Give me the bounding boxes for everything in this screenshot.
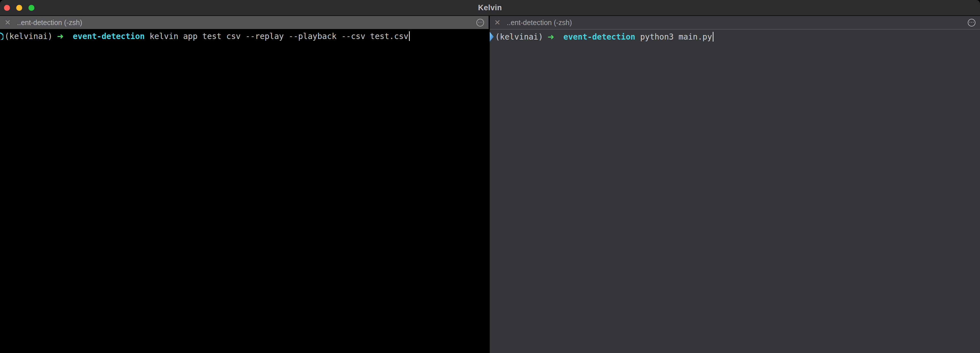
text-cursor bbox=[713, 32, 714, 42]
tab-bar-right[interactable]: ✕ ..ent-detection (-zsh) ⋯ bbox=[490, 16, 980, 29]
prompt-directory: event-detection bbox=[73, 32, 145, 41]
tab-label[interactable]: ..ent-detection (-zsh) bbox=[507, 19, 572, 27]
tab-label[interactable]: ..ent-detection (-zsh) bbox=[17, 19, 82, 27]
split-panes: ✕ ..ent-detection (-zsh) ⋯ (kelvinai) ➜ … bbox=[0, 16, 980, 353]
text-cursor bbox=[409, 31, 410, 41]
close-tab-icon[interactable]: ✕ bbox=[494, 19, 501, 26]
window-title: Kelvin bbox=[0, 3, 980, 12]
tab-overflow-icon[interactable]: ⋯ bbox=[476, 19, 484, 27]
prompt-clipped-glyph-icon bbox=[0, 32, 3, 40]
terminal-content-left[interactable]: (kelvinai) ➜ event-detection kelvin app … bbox=[0, 29, 488, 353]
close-tab-icon[interactable]: ✕ bbox=[5, 19, 11, 26]
ellipsis-glyph: ⋯ bbox=[969, 19, 974, 25]
typed-command: python3 main.py bbox=[640, 32, 712, 42]
terminal-content-right[interactable]: (kelvinai) ➜ event-detection python3 mai… bbox=[490, 29, 980, 353]
prompt-arrow-icon: ➜ bbox=[57, 32, 64, 41]
terminal-prompt-line: (kelvinai) ➜ event-detection python3 mai… bbox=[490, 30, 980, 43]
tab-overflow-icon[interactable]: ⋯ bbox=[968, 19, 975, 27]
prompt-directory: event-detection bbox=[563, 32, 635, 42]
terminal-pane-left: ✕ ..ent-detection (-zsh) ⋯ (kelvinai) ➜ … bbox=[0, 16, 488, 353]
conda-env-label: (kelvinai) bbox=[495, 32, 543, 42]
conda-env-label: (kelvinai) bbox=[5, 32, 52, 41]
prompt-clipped-glyph-icon bbox=[490, 32, 494, 42]
ellipsis-glyph: ⋯ bbox=[477, 19, 483, 25]
tab-bar-left[interactable]: ✕ ..ent-detection (-zsh) ⋯ bbox=[0, 16, 488, 29]
terminal-prompt-line: (kelvinai) ➜ event-detection kelvin app … bbox=[0, 29, 488, 43]
terminal-pane-right: ✕ ..ent-detection (-zsh) ⋯ bbox=[490, 16, 980, 353]
prompt-arrow-icon: ➜ bbox=[548, 32, 554, 42]
title-bar[interactable]: Kelvin bbox=[0, 0, 980, 16]
typed-command: kelvin app test csv --replay --playback … bbox=[150, 32, 408, 41]
terminal-window: Kelvin ✕ ..ent-detection (-zsh) ⋯ (kelvi… bbox=[0, 0, 980, 353]
